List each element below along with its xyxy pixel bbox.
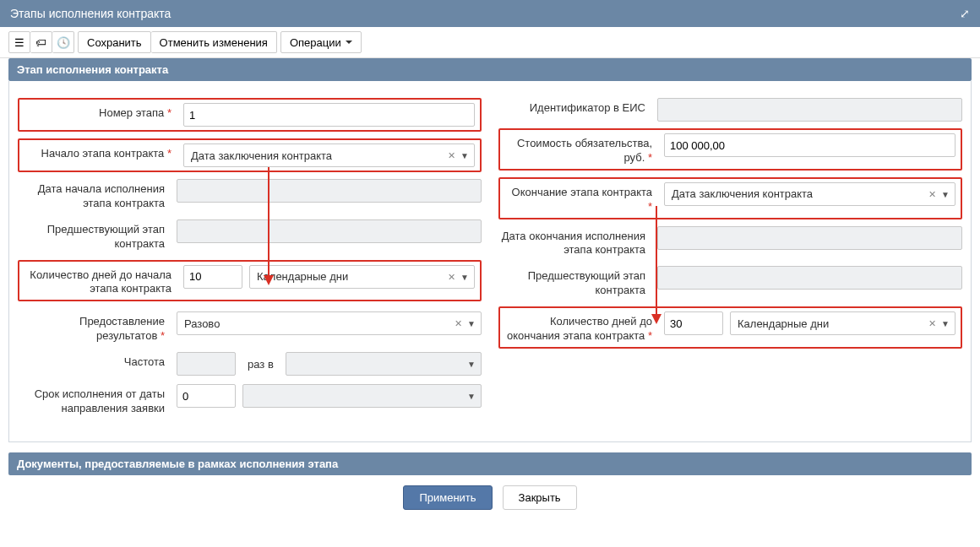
label-results: Предоставление результатов *	[18, 311, 170, 344]
label-stage-number: Номер этапа *	[24, 103, 177, 121]
exec-period-input[interactable]	[177, 384, 236, 408]
save-button[interactable]: Сохранить	[78, 31, 151, 53]
label-contract-start: Начало этапа контракта *	[24, 144, 177, 161]
days-start-input[interactable]	[183, 265, 242, 289]
exec-end-date-input	[657, 226, 962, 250]
days-end-input[interactable]	[664, 311, 723, 335]
prev-stage-left-input	[177, 219, 482, 243]
toolbar: ☰ 🏷 🕓 Сохранить Отменить изменения Опера…	[0, 27, 980, 58]
label-prev-stage-left: Предшествующий этап контракта	[18, 219, 170, 252]
highlight-stage-number: Номер этапа *	[18, 98, 482, 132]
clear-icon[interactable]: ✕	[928, 188, 936, 199]
highlight-contract-end: Окончание этапа контракта * Дата заключе…	[498, 177, 962, 219]
label-eis-id: Идентификатор в ЕИС	[498, 98, 651, 116]
label-days-start: Количество дней до начала этапа контракт…	[24, 265, 177, 297]
label-frequency: Частота	[18, 352, 170, 370]
chevron-down-icon: ▼	[467, 360, 476, 369]
stage-number-input[interactable]	[183, 103, 475, 127]
exec-start-date-input	[177, 179, 482, 203]
contract-end-select[interactable]: Дата заключения контракта ✕ ▼	[664, 182, 956, 206]
arrow-annotation	[644, 206, 669, 333]
results-select[interactable]: Разово ✕ ▼	[177, 311, 482, 335]
label-cost: Стоимость обязательства, руб. *	[505, 133, 657, 165]
days-end-unit-select[interactable]: Календарные дни ✕ ▼	[730, 311, 956, 335]
label-exec-end-date: Дата окончания исполнения этапа контракт…	[498, 226, 651, 258]
chevron-down-icon: ▼	[467, 319, 476, 328]
expand-icon[interactable]: ⤢	[960, 7, 970, 20]
clear-icon[interactable]: ✕	[928, 318, 936, 329]
label-exec-period: Срок исполнения от даты направления заяв…	[18, 384, 170, 416]
section-stage-header: Этап исполнения контракта	[8, 58, 972, 81]
right-column: Идентификатор в ЕИС Стоимость обязательс…	[498, 98, 962, 425]
chevron-down-icon: ▼	[467, 392, 476, 401]
label-prev-stage-right: Предшествующий этап контракта	[498, 266, 651, 298]
apply-button[interactable]: Применить	[403, 485, 492, 510]
footer: Применить Закрыть	[8, 475, 972, 515]
highlight-days-start: Количество дней до начала этапа контракт…	[18, 260, 482, 302]
window-title: Этапы исполнения контракта	[10, 7, 171, 20]
clear-icon[interactable]: ✕	[455, 318, 462, 329]
label-exec-start-date: Дата начала исполнения этапа контракта	[18, 179, 170, 211]
svg-marker-1	[264, 275, 274, 285]
stage-form: Номер этапа * Начало этапа контракта * Д…	[8, 81, 972, 442]
menu-icon[interactable]: ☰	[8, 31, 30, 53]
contract-start-select[interactable]: Дата заключения контракта ✕ ▼	[183, 144, 475, 167]
clock-icon[interactable]: 🕓	[52, 31, 74, 53]
eis-id-input	[657, 98, 962, 122]
prev-stage-right-input	[657, 266, 962, 290]
chevron-down-icon: ▼	[941, 319, 950, 328]
highlight-days-end: Количество дней до окончания этапа контр…	[498, 306, 962, 349]
arrow-annotation	[256, 167, 281, 294]
tag-icon[interactable]: 🏷	[30, 31, 52, 53]
close-button[interactable]: Закрыть	[503, 485, 577, 510]
highlight-cost: Стоимость обязательства, руб. *	[498, 128, 962, 171]
chevron-down-icon: ▼	[941, 189, 950, 198]
label-frequency-middle: раз в	[242, 358, 279, 371]
svg-marker-3	[651, 314, 662, 324]
days-start-unit-select[interactable]: Календарные дни ✕ ▼	[249, 265, 475, 289]
frequency-count-input	[177, 352, 236, 376]
frequency-unit-select: ▼	[286, 352, 482, 376]
exec-period-unit-select: ▼	[242, 384, 482, 408]
chevron-down-icon: ▼	[460, 272, 469, 281]
chevron-down-icon: ▼	[460, 151, 469, 160]
cost-input[interactable]	[664, 133, 956, 157]
operations-dropdown[interactable]: Операции	[280, 31, 362, 53]
clear-icon[interactable]: ✕	[448, 150, 455, 161]
title-bar: Этапы исполнения контракта ⤢	[0, 0, 980, 27]
chevron-down-icon	[346, 41, 352, 44]
clear-icon[interactable]: ✕	[448, 271, 455, 282]
label-contract-end: Окончание этапа контракта *	[505, 182, 657, 214]
cancel-button[interactable]: Отменить изменения	[151, 31, 277, 53]
section-documents-header[interactable]: Документы, предоставляемые в рамках испо…	[8, 452, 972, 475]
label-days-end: Количество дней до окончания этапа контр…	[505, 311, 657, 344]
highlight-contract-start: Начало этапа контракта * Дата заключения…	[18, 138, 482, 172]
left-column: Номер этапа * Начало этапа контракта * Д…	[18, 98, 482, 425]
